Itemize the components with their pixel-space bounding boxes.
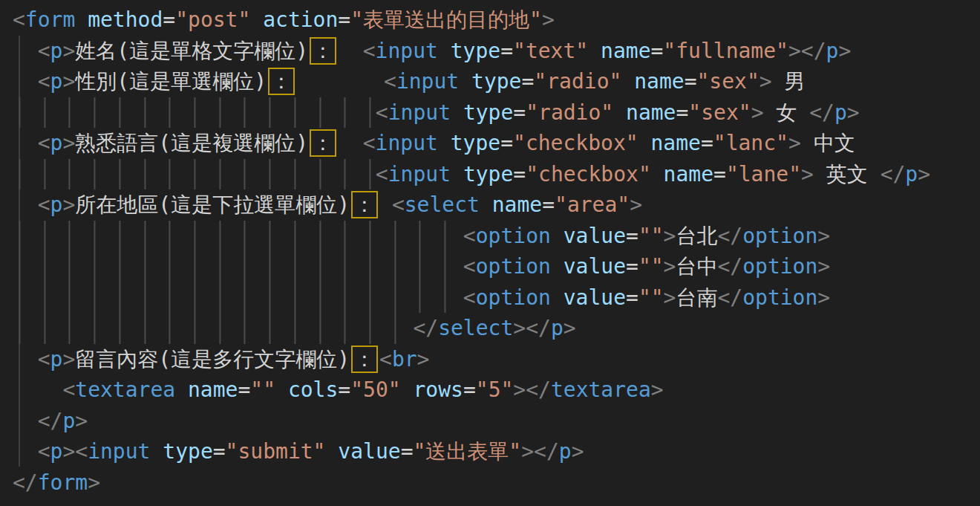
code-line[interactable]: <input type="radio" name="sex"> 女 </p> [13, 97, 980, 129]
code-line[interactable]: </select></p> [13, 313, 980, 344]
equals-sign: = [542, 192, 555, 217]
equals-sign: = [500, 131, 513, 155]
tag-name: input [88, 439, 150, 464]
code-line[interactable]: <form method="post" action="表單送出的目的地"> [13, 4, 980, 36]
attribute-value: "post" [175, 7, 250, 32]
text-content [13, 439, 38, 464]
code-line[interactable]: <p><input type="submit" value="送出表單"></p… [13, 436, 980, 467]
punctuation: < [384, 69, 396, 94]
punctuation: > [62, 347, 75, 372]
attribute-name: type [163, 439, 212, 464]
attribute-value: "" [250, 377, 275, 402]
attribute-name: name [601, 39, 650, 63]
tag-name: p [834, 100, 847, 125]
punctuation: > [513, 316, 526, 340]
punctuation: > [88, 470, 100, 495]
punctuation: > [513, 377, 526, 402]
punctuation: </ [526, 316, 551, 340]
punctuation: > [521, 439, 534, 464]
text-content [401, 377, 414, 402]
unicode-highlight-colon: ： [351, 191, 378, 218]
code-line[interactable]: <option value="">台中</option> [13, 251, 980, 282]
text-content: 男 [772, 69, 806, 94]
text-content: 台北 [676, 224, 717, 248]
text-content [621, 69, 634, 94]
text-content [613, 100, 626, 125]
code-line[interactable]: <p>熟悉語言(這是複選欄位)： <input type="checkbox" … [13, 128, 980, 159]
punctuation: </ [534, 439, 559, 464]
equals-sign: = [513, 162, 526, 186]
text-content: 英文 [814, 162, 881, 186]
code-line[interactable]: <option value="">台北</option> [13, 221, 980, 252]
punctuation: > [918, 162, 930, 186]
tag-name: form [38, 470, 88, 495]
tag-name: p [50, 131, 63, 155]
attribute-value: "checkbox" [513, 131, 638, 155]
code-line[interactable]: </p> [13, 406, 980, 437]
text-content [150, 439, 163, 464]
attribute-name: cols [288, 377, 338, 402]
attribute-value: "sex" [697, 69, 760, 94]
punctuation: < [38, 39, 50, 63]
code-area[interactable]: <form method="post" action="表單送出的目的地"> <… [13, 4, 980, 498]
attribute-value: "area" [555, 192, 630, 217]
indent-guides [13, 221, 463, 252]
code-line[interactable]: </form> [13, 467, 980, 499]
code-line[interactable]: <p>留言內容(這是多行文字欄位)：<br> [13, 344, 980, 375]
attribute-value: "送出表單" [413, 439, 521, 464]
text-content [13, 39, 38, 63]
text-content [175, 377, 188, 402]
text-content [296, 69, 384, 94]
code-line[interactable]: <p>所在地區(這是下拉選單欄位)： <select name="area"> [13, 189, 980, 221]
attribute-value: "radio" [526, 100, 613, 125]
text-content [551, 254, 564, 279]
equals-sign: = [338, 377, 350, 402]
code-line[interactable]: <p>姓名(這是單格文字欄位)： <input type="text" name… [13, 36, 980, 67]
attribute-value: "radio" [534, 69, 621, 94]
code-line[interactable]: <textarea name="" cols="50" rows="5"></t… [13, 374, 980, 406]
code-editor[interactable]: <form method="post" action="表單送出的目的地"> <… [0, 0, 980, 506]
tag-name: p [905, 162, 918, 186]
tag-name: option [742, 285, 817, 310]
tag-name: option [476, 254, 551, 279]
punctuation: > [75, 409, 88, 433]
punctuation: > [564, 316, 576, 340]
punctuation: </ [13, 470, 38, 495]
code-line[interactable]: <option value="">台南</option> [13, 282, 980, 314]
equals-sign: = [500, 39, 513, 63]
punctuation: </ [881, 162, 906, 186]
tag-name: br [392, 347, 417, 372]
text-content [325, 439, 338, 464]
attribute-name: name [664, 162, 713, 186]
indent-guides [13, 282, 463, 314]
tag-name: input [396, 69, 459, 94]
code-line[interactable]: <p>性別(這是單選欄位)： <input type="radio" name=… [13, 66, 980, 97]
punctuation: > [801, 162, 814, 186]
punctuation: </ [809, 100, 834, 125]
punctuation: > [817, 285, 830, 310]
tag-name: p [551, 316, 564, 340]
text-content [379, 192, 392, 217]
equals-sign: = [626, 224, 638, 248]
equals-sign: = [685, 69, 697, 94]
punctuation: < [363, 131, 376, 155]
attribute-name: name [650, 131, 700, 155]
punctuation: > [751, 100, 764, 125]
punctuation: > [817, 254, 830, 279]
punctuation: > [651, 377, 664, 402]
unicode-highlight-colon: ： [351, 346, 378, 373]
punctuation: < [75, 439, 88, 464]
attribute-value: "lanc" [713, 131, 788, 155]
punctuation: > [62, 192, 75, 217]
attribute-name: method [88, 7, 163, 32]
tag-name: p [559, 439, 572, 464]
punctuation: </ [413, 316, 438, 340]
text-content [459, 69, 471, 94]
text-content [13, 131, 38, 155]
attribute-name: rows [413, 377, 463, 402]
equals-sign: = [626, 254, 638, 279]
attribute-value: "fullname" [663, 39, 788, 63]
punctuation: < [38, 439, 50, 464]
code-line[interactable]: <input type="checkbox" name="lane"> 英文 <… [13, 159, 980, 190]
punctuation: > [788, 39, 801, 63]
